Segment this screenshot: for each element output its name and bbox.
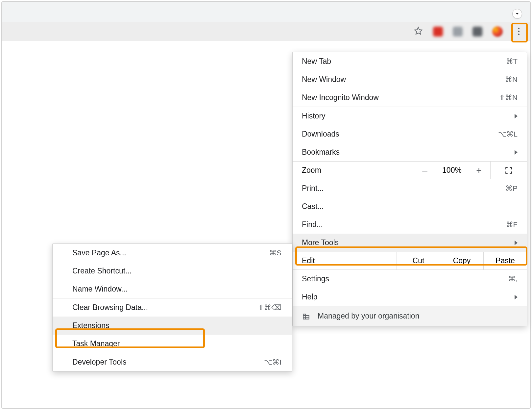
menu-item-create-shortcut[interactable]: Create Shortcut... [53, 262, 292, 280]
submenu-arrow-icon [515, 295, 518, 299]
chrome-menu-button[interactable] [513, 25, 524, 38]
menu-item-clear-browsing-data[interactable]: Clear Browsing Data... ⇧⌘⌫ [53, 298, 292, 317]
copy-button[interactable]: Copy [440, 252, 483, 269]
profile-avatar[interactable] [492, 26, 503, 37]
menu-item-extensions[interactable]: Extensions [53, 317, 292, 335]
menu-item-help[interactable]: Help [293, 288, 527, 306]
menu-item-name-window[interactable]: Name Window... [53, 280, 292, 298]
building-icon [302, 312, 310, 320]
zoom-in-button[interactable]: + [468, 162, 491, 179]
chevron-down-icon [515, 12, 520, 16]
managed-by-org[interactable]: Managed by your organisation [293, 306, 527, 326]
tab-strip [2, 2, 530, 22]
menu-item-save-page[interactable]: Save Page As... ⌘S [53, 244, 292, 262]
zoom-label: Zoom [293, 162, 413, 179]
zoom-controls: Zoom – 100% + [293, 161, 527, 179]
menu-item-history[interactable]: History [293, 107, 527, 125]
edit-label: Edit [293, 252, 397, 269]
menu-item-cast[interactable]: Cast... [293, 197, 527, 216]
menu-item-bookmarks[interactable]: Bookmarks [293, 143, 527, 161]
paste-button[interactable]: Paste [483, 252, 527, 269]
fullscreen-icon [504, 166, 513, 175]
browser-toolbar [2, 22, 530, 41]
submenu-arrow-icon [515, 241, 518, 245]
menu-item-new-tab[interactable]: New Tab ⌘T [293, 52, 527, 70]
cut-button[interactable]: Cut [397, 252, 440, 269]
tab-search-button[interactable] [512, 9, 522, 19]
menu-item-more-tools[interactable]: More Tools [293, 234, 527, 252]
extension-icon-1[interactable] [433, 27, 443, 37]
browser-window: New Tab ⌘T New Window ⌘N New Incognito W… [1, 1, 531, 409]
chrome-main-menu: New Tab ⌘T New Window ⌘N New Incognito W… [292, 52, 527, 326]
menu-item-downloads[interactable]: Downloads ⌥⌘L [293, 125, 527, 143]
submenu-arrow-icon [515, 150, 518, 155]
menu-item-new-window[interactable]: New Window ⌘N [293, 70, 527, 89]
zoom-out-button[interactable]: – [413, 162, 436, 179]
edit-controls: Edit Cut Copy Paste [293, 252, 527, 270]
menu-item-developer-tools[interactable]: Developer Tools ⌥⌘I [53, 353, 292, 371]
submenu-arrow-icon [515, 114, 518, 118]
extension-icon-2[interactable] [453, 27, 463, 37]
zoom-value: 100% [436, 162, 468, 179]
menu-item-settings[interactable]: Settings ⌘, [293, 270, 527, 288]
menu-item-find[interactable]: Find... ⌘F [293, 216, 527, 234]
menu-item-print[interactable]: Print... ⌘P [293, 179, 527, 197]
bookmark-star-icon[interactable] [413, 26, 423, 37]
vertical-dots-icon [518, 28, 520, 35]
extension-icon-3[interactable] [472, 27, 482, 37]
menu-item-task-manager[interactable]: Task Manager [53, 335, 292, 353]
more-tools-submenu: Save Page As... ⌘S Create Shortcut... Na… [52, 243, 292, 372]
menu-item-new-incognito[interactable]: New Incognito Window ⇧⌘N [293, 89, 527, 107]
fullscreen-button[interactable] [491, 162, 527, 179]
managed-label: Managed by your organisation [318, 312, 419, 320]
